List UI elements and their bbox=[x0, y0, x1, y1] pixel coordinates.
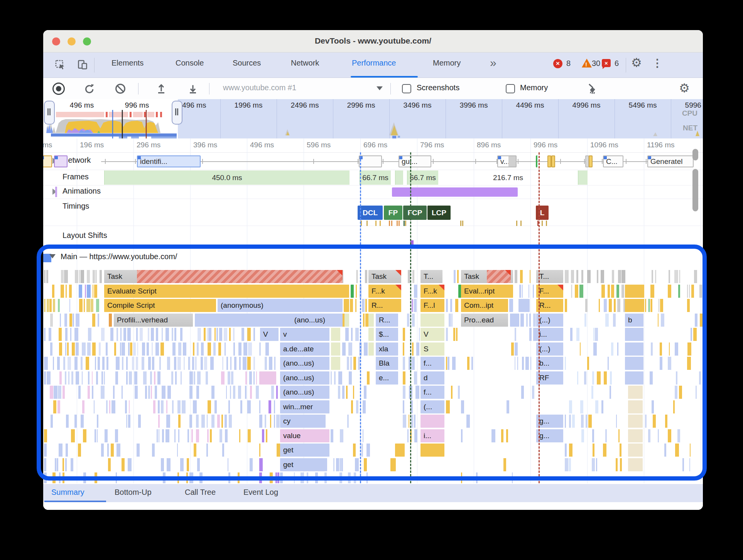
tab-elements[interactable]: Elements bbox=[111, 59, 144, 67]
frame-duration[interactable]: 66.7 ms bbox=[360, 170, 391, 185]
network-request[interactable] bbox=[359, 155, 382, 167]
flame-segment[interactable]: S bbox=[420, 342, 444, 356]
tab-network[interactable]: Network bbox=[291, 59, 319, 67]
kebab-menu-icon[interactable]: ⋮ bbox=[652, 57, 663, 69]
flame-segment[interactable]: e... bbox=[376, 371, 398, 385]
network-request[interactable]: C... bbox=[603, 155, 623, 167]
flame-segment[interactable]: Bla bbox=[376, 357, 398, 370]
memory-checkbox[interactable] bbox=[506, 84, 515, 93]
flame-segment[interactable]: F...l bbox=[420, 299, 444, 312]
timing-marker-fcp[interactable]: FCP bbox=[403, 206, 427, 220]
flame-segment[interactable] bbox=[420, 314, 444, 327]
flame-segment[interactable]: xla bbox=[376, 342, 398, 356]
flame-segment[interactable] bbox=[628, 444, 643, 457]
flame-segment[interactable]: a.de...ate bbox=[280, 342, 329, 356]
frame-duration[interactable]: 450.0 ms bbox=[104, 170, 350, 185]
flame-segment[interactable]: g... bbox=[536, 429, 563, 442]
flame-segment[interactable]: Task bbox=[368, 270, 401, 283]
flame-segment[interactable] bbox=[109, 314, 112, 327]
tab-performance[interactable]: Performance bbox=[352, 59, 396, 67]
clear-icon[interactable] bbox=[114, 83, 126, 94]
flame-segment[interactable]: value bbox=[280, 429, 329, 442]
flame-segment[interactable]: (ano...us) bbox=[195, 314, 343, 327]
network-request[interactable]: identifi... bbox=[137, 155, 201, 167]
flame-segment[interactable]: V bbox=[420, 328, 444, 341]
flame-segment[interactable]: T... bbox=[536, 270, 563, 283]
error-count-icon[interactable]: × bbox=[553, 59, 562, 68]
issues-count[interactable]: 6 bbox=[615, 59, 619, 68]
frames-track[interactable]: Frames 450.0 ms66.7 ms66.7 ms216.7 ms bbox=[43, 170, 703, 186]
flame-segment[interactable]: R... bbox=[376, 314, 398, 327]
flame-segment[interactable]: Com...ipt bbox=[461, 299, 508, 312]
flame-segment[interactable]: V bbox=[260, 328, 279, 341]
flame-segment[interactable] bbox=[368, 314, 374, 327]
timing-marker-fp[interactable]: FP bbox=[384, 206, 402, 220]
flame-segment[interactable] bbox=[331, 357, 340, 370]
flame-segment[interactable] bbox=[331, 328, 340, 341]
flame-segment[interactable]: d bbox=[420, 371, 444, 385]
flame-segment[interactable] bbox=[368, 342, 374, 356]
flame-segment[interactable]: Profili...verhead bbox=[114, 314, 193, 327]
selection-handle-left[interactable] bbox=[44, 101, 55, 125]
flame-segment[interactable] bbox=[628, 429, 643, 442]
detail-tab-call-tree[interactable]: Call Tree bbox=[185, 488, 216, 497]
flame-segment[interactable] bbox=[344, 314, 349, 327]
scrollbar-thumb[interactable] bbox=[692, 149, 698, 160]
frame-duration[interactable]: 66.7 ms bbox=[407, 170, 438, 185]
flame-segment[interactable]: get bbox=[280, 444, 329, 457]
record-button[interactable] bbox=[52, 83, 64, 94]
tab-console[interactable]: Console bbox=[176, 59, 204, 67]
flame-segment[interactable] bbox=[344, 299, 349, 312]
load-profile-icon[interactable] bbox=[155, 83, 167, 94]
flame-segment[interactable]: Eval...ript bbox=[461, 285, 513, 298]
flame-segment[interactable]: (anonymous) bbox=[218, 299, 343, 312]
flame-segment[interactable] bbox=[259, 371, 276, 385]
garbage-collect-icon[interactable] bbox=[586, 83, 598, 94]
detail-tab-summary[interactable]: Summary bbox=[51, 488, 84, 497]
flame-segment[interactable]: v bbox=[280, 328, 329, 341]
flame-segment[interactable] bbox=[628, 458, 643, 471]
reload-record-button[interactable] bbox=[83, 83, 95, 94]
flame-segment[interactable]: (ano...us) bbox=[280, 371, 329, 385]
flame-segment[interactable]: win...mer bbox=[280, 400, 329, 413]
tab-memory[interactable]: Memory bbox=[433, 59, 461, 67]
flame-segment[interactable]: g... bbox=[536, 415, 563, 428]
flame-segment[interactable]: i... bbox=[536, 328, 563, 341]
timing-marker-lcp[interactable]: LCP bbox=[427, 206, 451, 220]
flame-segment[interactable]: (...) bbox=[536, 314, 563, 327]
warning-count[interactable]: 30 bbox=[592, 59, 600, 68]
network-request[interactable] bbox=[551, 155, 555, 167]
detail-tab-bottom-up[interactable]: Bottom-Up bbox=[115, 488, 152, 497]
flame-segment[interactable] bbox=[510, 314, 519, 327]
flame-segment[interactable]: Pro...ead bbox=[461, 314, 508, 327]
flame-segment[interactable]: Compile Script bbox=[104, 299, 216, 312]
flame-segment[interactable]: Task bbox=[461, 270, 513, 283]
flame-segment[interactable]: R... bbox=[368, 299, 401, 312]
animations-track[interactable]: Animations bbox=[43, 185, 703, 199]
flame-segment[interactable]: RF bbox=[536, 371, 563, 385]
flame-segment[interactable]: f... bbox=[420, 386, 444, 399]
flame-segment[interactable] bbox=[420, 415, 444, 428]
network-request[interactable] bbox=[54, 155, 68, 167]
flame-segment[interactable] bbox=[625, 357, 643, 370]
settings-gear-icon[interactable]: ⚙ bbox=[631, 56, 642, 70]
flame-segment[interactable]: Task bbox=[104, 270, 343, 283]
device-toolbar-icon[interactable] bbox=[77, 59, 88, 70]
network-request[interactable]: gui... bbox=[399, 155, 431, 167]
flame-segment[interactable] bbox=[625, 299, 644, 312]
flame-segment[interactable]: f... bbox=[420, 357, 444, 370]
flame-segment[interactable] bbox=[331, 342, 340, 356]
inspect-icon[interactable] bbox=[55, 59, 66, 70]
frame-duration[interactable] bbox=[578, 170, 588, 185]
capture-settings-gear-icon[interactable]: ⚙ bbox=[679, 81, 690, 95]
flame-segment[interactable] bbox=[368, 328, 374, 341]
flame-segment[interactable]: b... bbox=[536, 357, 563, 370]
timing-marker-dcl[interactable]: DCL bbox=[358, 206, 383, 220]
flame-segment[interactable]: i... bbox=[420, 429, 444, 442]
flame-segment[interactable]: T... bbox=[420, 270, 442, 283]
flame-segment[interactable] bbox=[395, 444, 405, 457]
network-request[interactable] bbox=[589, 155, 593, 167]
flame-segment[interactable]: Evaluate Script bbox=[104, 285, 349, 298]
flame-segment[interactable] bbox=[390, 458, 396, 471]
timings-track[interactable]: Timings DCLFPFCPLCPL bbox=[43, 199, 703, 226]
